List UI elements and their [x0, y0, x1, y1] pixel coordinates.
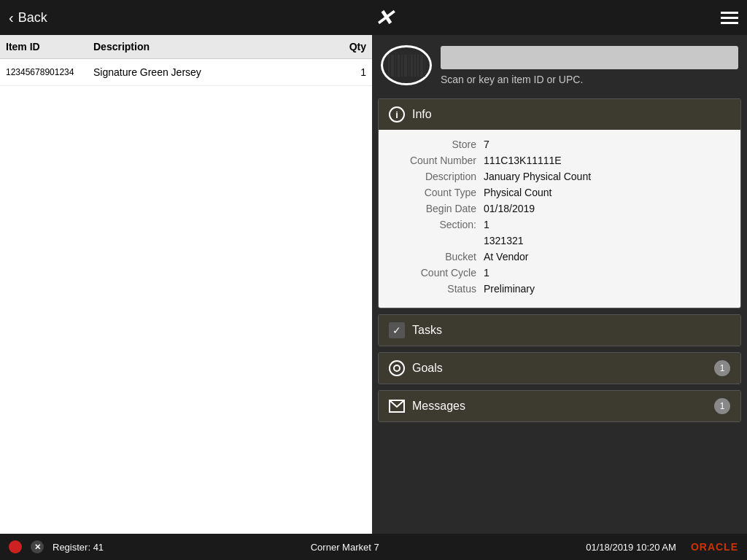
- info-store-row: Store 7: [389, 139, 730, 150]
- scan-area: Scan or key an item ID or UPC.: [372, 35, 747, 96]
- cell-description: Signature Green Jersey: [93, 66, 330, 78]
- info-begin-date-row: Begin Date 01/18/2019: [389, 203, 730, 214]
- info-count-number-row: Count Number 111C13K11111E: [389, 155, 730, 166]
- section-value: 1: [484, 219, 489, 230]
- barcode-lines: [388, 55, 425, 77]
- messages-badge: 1: [714, 398, 730, 414]
- status-dot-red: [9, 540, 22, 553]
- info-section-body: Store 7 Count Number 111C13K11111E Descr…: [379, 130, 740, 308]
- info-description-row: Description January Physical Count: [389, 171, 730, 182]
- count-type-value: Physical Count: [484, 187, 551, 198]
- description-label: Description: [389, 171, 484, 182]
- messages-section: Messages 1: [378, 390, 741, 422]
- table-row[interactable]: 12345678901234 Signature Green Jersey 1: [0, 59, 372, 86]
- left-panel: Item ID Description Qty 12345678901234 S…: [0, 35, 372, 534]
- info-section-id-row: 1321321: [389, 235, 730, 246]
- description-value: January Physical Count: [484, 171, 591, 182]
- goals-section: Goals 1: [378, 352, 741, 384]
- info-section-label: Info: [412, 108, 432, 121]
- target-icon: [389, 360, 405, 376]
- target-inner-icon: [393, 365, 400, 372]
- oracle-logo: ORACLE: [691, 541, 738, 553]
- app-logo: ✕: [374, 5, 394, 31]
- status-bar: ✕ Register: 41 Corner Market 7 01/18/201…: [0, 534, 747, 560]
- menu-line-3: [721, 22, 738, 24]
- info-icon: i: [389, 106, 405, 122]
- scan-hint: Scan or key an item ID or UPC.: [441, 74, 738, 85]
- barcode-icon: [381, 45, 432, 85]
- info-count-cycle-row: Count Cycle 1: [389, 267, 730, 279]
- goals-badge: 1: [714, 360, 730, 376]
- checkbox-icon: ✓: [389, 322, 405, 338]
- count-cycle-label: Count Cycle: [389, 267, 484, 279]
- bucket-label: Bucket: [389, 251, 484, 262]
- info-status-row: Status Preliminary: [389, 283, 730, 295]
- info-bucket-row: Bucket At Vendor: [389, 251, 730, 262]
- goals-label: Goals: [412, 362, 443, 375]
- menu-button[interactable]: [721, 12, 738, 24]
- col-header-description: Description: [93, 41, 330, 52]
- count-type-label: Count Type: [389, 187, 484, 198]
- scan-input[interactable]: [441, 46, 738, 69]
- store-value: 7: [484, 139, 489, 150]
- menu-line-2: [721, 17, 738, 19]
- goals-section-header[interactable]: Goals 1: [379, 353, 740, 384]
- info-count-type-row: Count Type Physical Count: [389, 187, 730, 198]
- mail-icon: [389, 400, 405, 413]
- begin-date-label: Begin Date: [389, 203, 484, 214]
- top-bar: ‹ Back ✕: [0, 0, 747, 35]
- table-header: Item ID Description Qty: [0, 35, 372, 59]
- menu-line-1: [721, 12, 738, 14]
- info-section: i Info Store 7 Count Number 111C13K11111…: [378, 98, 741, 308]
- store-label: Store: [389, 139, 484, 150]
- right-panel: Scan or key an item ID or UPC. i Info St…: [372, 35, 747, 534]
- status-label: Status: [389, 283, 484, 295]
- scan-input-area: Scan or key an item ID or UPC.: [441, 46, 738, 85]
- back-arrow-icon: ‹: [9, 9, 14, 26]
- status-dot-close[interactable]: ✕: [31, 540, 44, 553]
- tasks-section-header[interactable]: ✓ Tasks: [379, 315, 740, 346]
- tasks-section: ✓ Tasks: [378, 314, 741, 346]
- bucket-value: At Vendor: [484, 251, 529, 262]
- count-cycle-value: 1: [484, 267, 489, 279]
- begin-date-value: 01/18/2019: [484, 203, 535, 214]
- col-header-item-id: Item ID: [6, 41, 93, 52]
- back-label: Back: [18, 10, 47, 26]
- section-label: Section:: [389, 219, 484, 230]
- count-number-label: Count Number: [389, 155, 484, 166]
- section-id-label: [389, 235, 484, 246]
- cell-qty: 1: [330, 66, 366, 78]
- back-button[interactable]: ‹ Back: [9, 9, 47, 26]
- status-right: 01/18/2019 10:20 AM ORACLE: [586, 541, 738, 553]
- cell-item-id: 12345678901234: [6, 67, 93, 77]
- section-id-value: 1321321: [484, 235, 524, 246]
- register-label: Register: 41: [53, 542, 104, 553]
- tasks-label: Tasks: [412, 324, 442, 337]
- datetime-label: 01/18/2019 10:20 AM: [586, 542, 676, 553]
- messages-section-header[interactable]: Messages 1: [379, 391, 740, 421]
- col-header-qty: Qty: [330, 41, 366, 52]
- messages-label: Messages: [412, 400, 465, 413]
- status-value: Preliminary: [484, 283, 535, 295]
- main-content: Item ID Description Qty 12345678901234 S…: [0, 35, 747, 534]
- info-section-row: Section: 1: [389, 219, 730, 230]
- info-section-header[interactable]: i Info: [379, 99, 740, 130]
- store-label: Corner Market 7: [112, 542, 577, 553]
- count-number-value: 111C13K11111E: [484, 155, 562, 166]
